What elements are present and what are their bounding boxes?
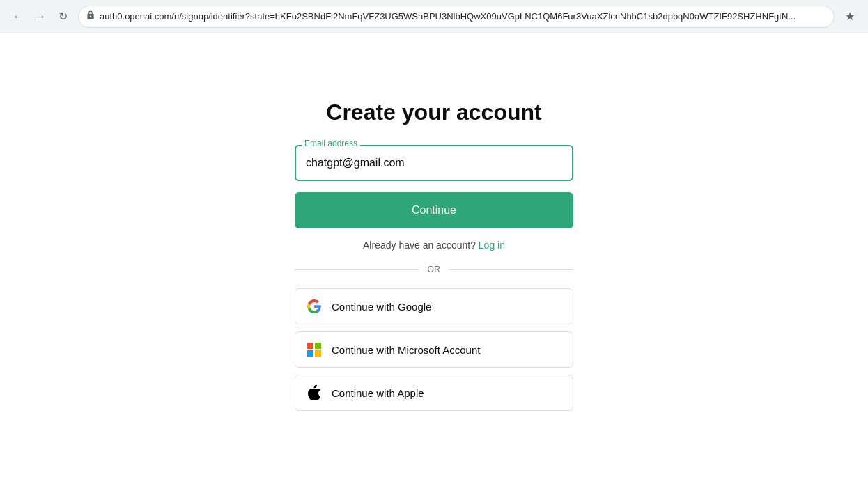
or-text: OR xyxy=(428,265,441,274)
reload-button[interactable]: ↻ xyxy=(53,7,72,26)
apple-icon xyxy=(307,385,322,400)
url-text: auth0.openai.com/u/signup/identifier?sta… xyxy=(100,11,827,22)
already-account-text: Already have an account? Log in xyxy=(363,240,505,251)
address-bar[interactable]: auth0.openai.com/u/signup/identifier?sta… xyxy=(78,6,835,28)
signup-card: Create your account Email address Contin… xyxy=(295,100,573,411)
continue-button[interactable]: Continue xyxy=(295,192,573,228)
back-button[interactable]: ← xyxy=(8,7,28,26)
continue-with-microsoft-button[interactable]: Continue with Microsoft Account xyxy=(295,331,573,368)
login-link[interactable]: Log in xyxy=(479,240,505,251)
social-buttons: Continue with Google Continue with Micro… xyxy=(295,288,573,411)
browser-chrome: ← → ↻ auth0.openai.com/u/signup/identifi… xyxy=(0,0,868,33)
or-line-right xyxy=(449,269,574,270)
email-field-wrapper: Email address xyxy=(295,145,573,181)
email-input[interactable] xyxy=(295,145,573,181)
microsoft-button-label: Continue with Microsoft Account xyxy=(332,344,480,356)
continue-with-apple-button[interactable]: Continue with Apple xyxy=(295,375,573,411)
apple-button-label: Continue with Apple xyxy=(332,387,424,399)
continue-with-google-button[interactable]: Continue with Google xyxy=(295,288,573,324)
lock-icon xyxy=(86,10,95,22)
microsoft-icon xyxy=(307,342,322,357)
main-content: Create your account Email address Contin… xyxy=(0,33,868,477)
nav-buttons: ← → ↻ xyxy=(8,7,72,26)
bookmark-button[interactable]: ★ xyxy=(840,7,860,26)
page-title: Create your account xyxy=(326,100,541,125)
or-line-left xyxy=(295,269,419,270)
or-divider: OR xyxy=(295,265,573,274)
star-icon: ★ xyxy=(845,10,855,23)
forward-button[interactable]: → xyxy=(31,7,50,26)
google-button-label: Continue with Google xyxy=(332,301,431,313)
google-icon xyxy=(307,299,322,314)
